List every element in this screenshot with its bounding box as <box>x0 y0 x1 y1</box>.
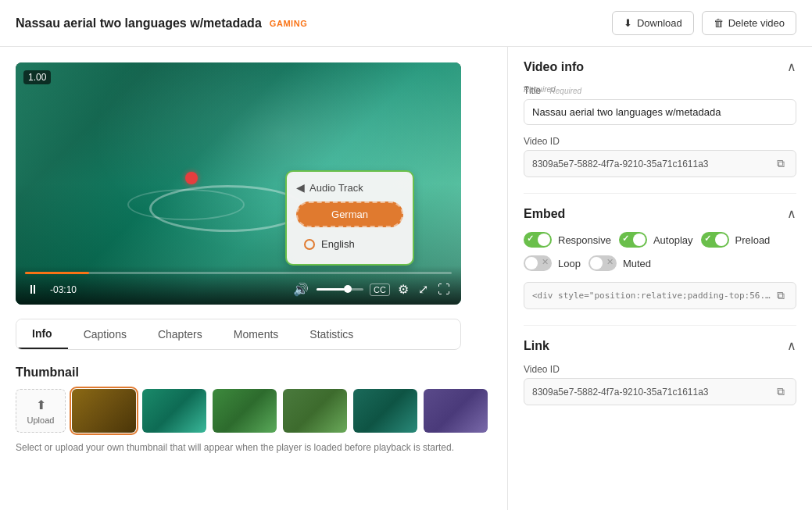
embed-collapse[interactable]: ∧ <box>787 206 796 221</box>
tab-chapters[interactable]: Chapters <box>142 319 218 349</box>
controls-row: ⏸ -03:10 🔊 CC ⚙ ⤢ ⛶ <box>25 280 452 298</box>
thumbnail-hint: Select or upload your own thumbnail that… <box>16 440 492 455</box>
tabs-container: Info Captions Chapters Moments Statistic… <box>16 319 461 350</box>
main-content: 1.00 ◀ Audio Track German English <box>0 47 812 510</box>
trash-icon: 🗑 <box>714 17 724 29</box>
video-player: 1.00 ◀ Audio Track German English <box>16 62 461 305</box>
right-panel: Video info ∧ Title Required Required Vid… <box>507 47 812 510</box>
title-label: Title Required <box>524 85 796 96</box>
toggle-autoplay: Autoplay <box>619 232 693 248</box>
download-label: Download <box>637 17 682 29</box>
video-info-section: Video info ∧ Title Required Required Vid… <box>524 59 796 177</box>
header-actions: ⬇ Download 🗑 Delete video <box>612 11 796 35</box>
link-collapse[interactable]: ∧ <box>787 338 796 353</box>
thumbnail-1[interactable] <box>72 389 136 433</box>
tab-statistics[interactable]: Statistics <box>294 319 369 349</box>
delete-label: Delete video <box>728 17 785 29</box>
link-video-id-label: Video ID <box>524 364 796 375</box>
link-section: Link ∧ Video ID 8309a5e7-5882-4f7a-9210-… <box>524 338 796 405</box>
embed-toggles: Responsive Autoplay Preload <box>524 232 796 271</box>
progress-fill <box>25 272 89 274</box>
video-info-collapse[interactable]: ∧ <box>787 59 796 74</box>
timestamp-badge: 1.00 <box>23 70 51 84</box>
toggle-responsive: Responsive <box>524 232 611 248</box>
toggle-responsive-switch[interactable] <box>524 232 552 248</box>
embed-header: Embed ∧ <box>524 206 796 221</box>
settings-button[interactable]: ⚙ <box>396 280 410 298</box>
toggle-preload: Preload <box>701 232 771 248</box>
volume-slider[interactable] <box>317 288 363 291</box>
delete-button[interactable]: 🗑 Delete video <box>702 11 796 35</box>
fullscreen-button[interactable]: ⛶ <box>436 281 452 298</box>
thumbnail-4[interactable] <box>283 389 347 433</box>
toggle-loop-label: Loop <box>558 258 581 269</box>
link-video-id-value: 8309a5e7-5882-4f7a-9210-35a71c1611a3 <box>532 387 774 398</box>
toggle-autoplay-label: Autoplay <box>653 234 693 246</box>
thumbnail-section: Thumbnail ⬆ Upload <box>16 366 492 455</box>
audio-option-german[interactable]: German <box>296 202 403 227</box>
video-info-title: Video info <box>524 60 584 74</box>
toggle-muted: Muted <box>588 255 651 271</box>
link-video-id-field: 8309a5e7-5882-4f7a-9210-35a71c1611a3 ⧉ <box>524 378 796 405</box>
left-panel: 1.00 ◀ Audio Track German English <box>0 47 507 510</box>
upload-label: Upload <box>27 415 55 425</box>
thumbnail-6[interactable] <box>424 389 488 433</box>
thumbnail-title: Thumbnail <box>16 366 492 380</box>
audio-option-english[interactable]: English <box>296 234 403 255</box>
header: Nassau aerial two languages w/metadada G… <box>0 0 812 47</box>
tab-captions[interactable]: Captions <box>68 319 142 349</box>
time-display: -03:10 <box>50 284 77 295</box>
toggle-responsive-label: Responsive <box>558 234 611 246</box>
toggle-loop-switch[interactable] <box>524 255 552 271</box>
link-header: Link ∧ <box>524 338 796 353</box>
video-id-value: 8309a5e7-5882-4f7a-9210-35a71c1611a3 <box>532 159 774 169</box>
toggle-muted-switch[interactable] <box>588 255 617 271</box>
thumbnail-grid: ⬆ Upload <box>16 389 492 433</box>
required-label: Required <box>524 85 556 94</box>
thumbnail-3[interactable] <box>213 389 277 433</box>
video-info-header: Video info ∧ <box>524 59 796 74</box>
video-controls: ⏸ -03:10 🔊 CC ⚙ ⤢ ⛶ <box>16 266 461 305</box>
toggle-preload-switch[interactable] <box>701 232 729 248</box>
toggle-muted-label: Muted <box>623 258 651 269</box>
back-arrow-icon[interactable]: ◀ <box>296 181 305 194</box>
title-input[interactable] <box>524 99 796 125</box>
embed-copy-button[interactable]: ⧉ <box>774 289 788 302</box>
tab-info[interactable]: Info <box>16 319 68 349</box>
thumbnail-2[interactable] <box>142 389 206 433</box>
link-title: Link <box>524 339 549 353</box>
embed-code-value: <div style="position:relative;padding-to… <box>532 291 774 301</box>
gaming-badge: GAMING <box>270 19 308 28</box>
volume-button[interactable]: 🔊 <box>292 280 310 298</box>
upload-thumbnail-button[interactable]: ⬆ Upload <box>16 389 66 433</box>
video-id-label: Video ID <box>524 136 796 147</box>
external-button[interactable]: ⤢ <box>417 280 430 298</box>
audio-track-header: ◀ Audio Track <box>296 181 403 194</box>
progress-bar[interactable] <box>25 272 452 274</box>
audio-track-title: Audio Track <box>309 182 363 194</box>
upload-icon: ⬆ <box>36 398 46 412</box>
video-id-copy-button[interactable]: ⧉ <box>774 157 788 170</box>
embed-section: Embed ∧ Responsive <box>524 206 796 309</box>
radio-dot <box>304 239 315 250</box>
download-button[interactable]: ⬇ Download <box>612 11 694 35</box>
toggle-loop: Loop <box>524 255 581 271</box>
pause-button[interactable]: ⏸ <box>25 281 41 298</box>
download-icon: ⬇ <box>624 17 632 29</box>
embed-code-field: <div style="position:relative;padding-to… <box>524 282 796 309</box>
link-video-id-copy-button[interactable]: ⧉ <box>774 385 788 398</box>
toggle-autoplay-switch[interactable] <box>619 232 647 248</box>
captions-button[interactable]: CC <box>370 284 390 296</box>
page-title: Nassau aerial two languages w/metadada <box>16 16 262 30</box>
toggle-preload-label: Preload <box>735 234 771 246</box>
thumbnail-5[interactable] <box>353 389 417 433</box>
audio-track-popup: ◀ Audio Track German English <box>285 170 414 266</box>
app-container: Nassau aerial two languages w/metadada G… <box>0 0 812 510</box>
tab-moments[interactable]: Moments <box>218 319 295 349</box>
boat-marker <box>185 172 198 184</box>
video-id-field: 8309a5e7-5882-4f7a-9210-35a71c1611a3 ⧉ <box>524 150 796 177</box>
embed-title: Embed <box>524 207 565 221</box>
